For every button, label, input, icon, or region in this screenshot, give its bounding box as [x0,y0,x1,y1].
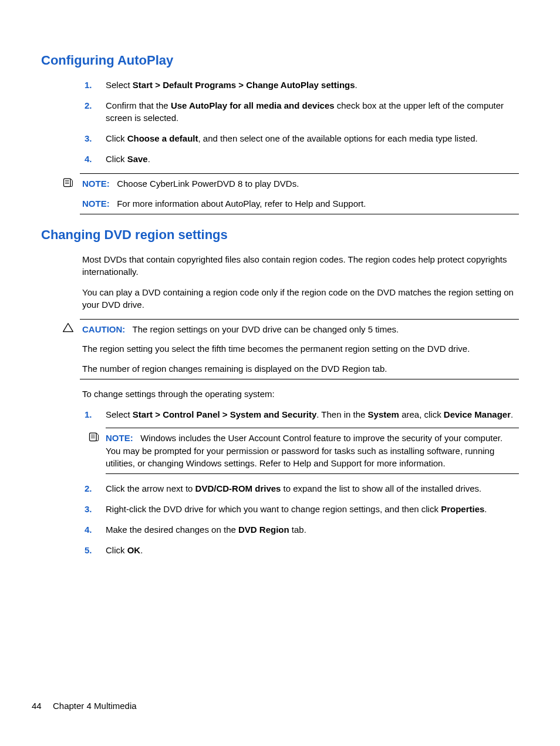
caution-block: CAUTION: The region settings on your DVD… [80,319,519,379]
dvd-step-2: Click the arrow next to DVD/CD-ROM drive… [106,482,519,495]
note-icon [62,176,74,191]
chapter-label: Chapter 4 Multimedia [53,701,137,711]
section-heading-dvd-region: Changing DVD region settings [41,227,519,243]
autoplay-steps: Select Start > Default Programs > Change… [106,79,519,165]
inner-note-text: Windows includes the User Account Contro… [106,433,502,469]
caution-label: CAUTION: [82,324,125,334]
caution-text: The region settings on your DVD drive ca… [133,324,399,334]
autoplay-content: Select Start > Default Programs > Change… [82,79,519,165]
inner-note-block: NOTE: Windows includes the User Account … [106,428,519,474]
caution-body-1: The region setting you select the fifth … [82,342,519,355]
note-label-2: NOTE: [82,199,110,209]
step-2: Confirm that the Use AutoPlay for all me… [106,99,519,124]
page-number: 44 [32,701,53,711]
dvd-step-4: Make the desired changes on the DVD Regi… [106,523,519,536]
para-region-intro-2: You can play a DVD containing a region c… [82,286,519,311]
para-change-settings: To change settings through the operating… [82,388,519,400]
inner-note-label: NOTE: [106,433,133,443]
step-1: Select Start > Default Programs > Change… [106,79,519,91]
svg-rect-1 [90,433,97,441]
note-text-2: For more information about AutoPlay, ref… [117,199,366,209]
step-4: Click Save. [106,153,519,165]
para-region-intro-1: Most DVDs that contain copyrighted files… [82,253,519,278]
section-heading-autoplay: Configuring AutoPlay [41,53,519,68]
caution-body-2: The number of region changes remaining i… [82,362,519,375]
dvd-steps: Select Start > Control Panel > System an… [106,408,519,556]
note-icon [88,431,100,446]
svg-rect-0 [64,179,71,186]
note-label: NOTE: [82,179,110,189]
note-text: Choose CyberLink PowerDVD 8 to play DVDs… [117,179,299,189]
dvd-steps-block: Select Start > Control Panel > System an… [82,408,519,556]
step-3: Click Choose a default, and then select … [106,132,519,145]
caution-icon [62,322,74,337]
note-block-1: NOTE: Choose CyberLink PowerDVD 8 to pla… [80,173,519,214]
page-footer: 44Chapter 4 Multimedia [32,701,137,711]
dvd-step-3: Right-click the DVD drive for which you … [106,503,519,515]
dvd-step-1: Select Start > Control Panel > System an… [106,408,519,474]
dvd-step-5: Click OK. [106,544,519,556]
